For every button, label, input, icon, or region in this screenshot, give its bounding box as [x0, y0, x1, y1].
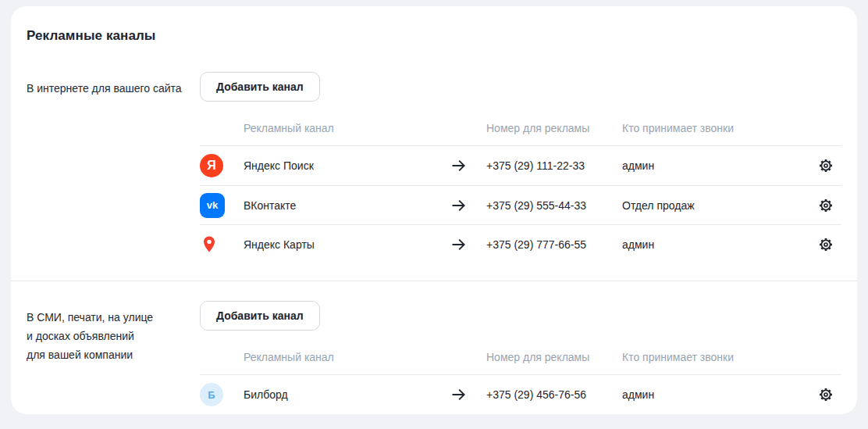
- section-internet-label: В интернете для вашего сайта: [27, 72, 200, 263]
- settings-gear-icon[interactable]: [810, 197, 841, 214]
- table-header-row: Рекламный канал Номер для рекламы Кто пр…: [200, 111, 841, 146]
- table-row: Яндекс Карты +375 (29) 777-66-55 админ: [200, 224, 841, 263]
- table-body: Б Билборд +375 (29) 456-76-56 админ: [200, 375, 841, 414]
- column-header-who: Кто принимает звонки: [622, 351, 810, 363]
- channels-table: Рекламный канал Номер для рекламы Кто пр…: [200, 340, 841, 414]
- column-header-who: Кто принимает звонки: [622, 122, 810, 134]
- table-header-row: Рекламный канал Номер для рекламы Кто пр…: [200, 340, 841, 375]
- table-body: Я Яндекс Поиск +375 (29) 111-22-33 админ: [200, 146, 841, 263]
- settings-gear-icon[interactable]: [810, 386, 841, 403]
- column-header-channel: Рекламный канал: [244, 351, 449, 363]
- section-divider: [11, 281, 857, 281]
- page-title: Рекламные каналы: [27, 28, 841, 44]
- call-receiver: админ: [622, 238, 810, 251]
- section-label-line: В интернете для вашего сайта: [27, 79, 200, 98]
- add-channel-button[interactable]: Добавить канал: [200, 72, 320, 102]
- arrow-right-icon: [449, 385, 486, 404]
- arrow-right-icon: [449, 196, 486, 215]
- billboard-icon: Б: [200, 383, 223, 406]
- table-row: Б Билборд +375 (29) 456-76-56 админ: [200, 375, 841, 414]
- column-header-number: Номер для рекламы: [486, 351, 622, 363]
- vk-icon: vk: [200, 193, 225, 218]
- map-pin-icon: [200, 234, 219, 254]
- section-offline-label: В СМИ, печати, на улицеи досках объявлен…: [27, 301, 200, 414]
- section-label-line: В СМИ, печати, на улице: [27, 308, 200, 327]
- ad-phone-number: +375 (29) 777-66-55: [486, 238, 622, 251]
- arrow-right-icon: [449, 235, 486, 254]
- table-row: Я Яндекс Поиск +375 (29) 111-22-33 админ: [200, 146, 841, 185]
- arrow-right-icon: [449, 156, 486, 175]
- call-receiver: админ: [622, 159, 810, 172]
- add-channel-button[interactable]: Добавить канал: [200, 301, 320, 331]
- channel-name: Яндекс Карты: [244, 238, 449, 251]
- channel-name: Билборд: [244, 388, 449, 401]
- advertising-channels-card: Рекламные каналы В интернете для вашего …: [11, 6, 857, 414]
- call-receiver: Отдел продаж: [622, 199, 810, 212]
- yandex-icon: Я: [200, 154, 223, 177]
- channel-name: ВКонтакте: [244, 199, 449, 212]
- ad-phone-number: +375 (29) 111-22-33: [486, 159, 622, 172]
- column-header-number: Номер для рекламы: [486, 122, 622, 134]
- settings-gear-icon[interactable]: [810, 236, 841, 253]
- section-internet: В интернете для вашего сайта Добавить ка…: [27, 72, 841, 263]
- settings-gear-icon[interactable]: [810, 157, 841, 174]
- ad-phone-number: +375 (29) 555-44-33: [486, 199, 622, 212]
- channels-table: Рекламный канал Номер для рекламы Кто пр…: [200, 111, 841, 263]
- channel-name: Яндекс Поиск: [244, 159, 449, 172]
- call-receiver: админ: [622, 388, 810, 401]
- ad-phone-number: +375 (29) 456-76-56: [486, 388, 622, 401]
- section-label-line: и досках объявлений: [27, 327, 200, 345]
- section-offline: В СМИ, печати, на улицеи досках объявлен…: [27, 301, 841, 414]
- section-label-line: для вашей компании: [27, 345, 200, 364]
- table-row: vk ВКонтакте +375 (29) 555-44-33 Отдел п…: [200, 185, 841, 224]
- column-header-channel: Рекламный канал: [244, 122, 449, 134]
